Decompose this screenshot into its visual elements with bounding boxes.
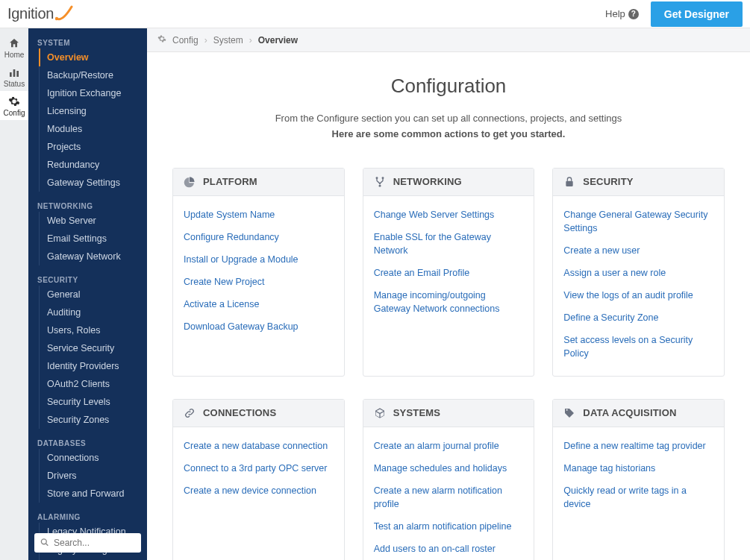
card-header: SYSTEMS (363, 400, 534, 427)
svg-point-6 (375, 177, 378, 179)
card-title: DATA ACQUISITION (583, 407, 676, 418)
sidebar-item[interactable]: Drivers (39, 467, 147, 485)
card-link[interactable]: Create an Email Profile (374, 262, 524, 284)
breadcrumb-item[interactable]: Config (172, 35, 199, 45)
sidebar-item[interactable]: Modules (39, 120, 147, 138)
card-header: PLATFORM (173, 169, 344, 196)
card-link[interactable]: Test an alarm notification pipeline (374, 515, 524, 538)
page-subtitle: From the Configure section you can set u… (172, 111, 725, 142)
card-link[interactable]: Download Gateway Backup (184, 315, 334, 338)
sidebar-section-header: SECURITY (28, 265, 147, 286)
card-link[interactable]: Install or Upgrade a Module (184, 248, 334, 271)
svg-point-0 (55, 16, 58, 19)
help-link[interactable]: Help ? (605, 8, 639, 19)
get-designer-button[interactable]: Get Designer (651, 1, 743, 27)
card-link[interactable]: Create a new alarm notification profile (374, 479, 524, 515)
card-link[interactable]: Configure Redundancy (184, 226, 334, 248)
card-body: Change General Gateway Security Settings… (553, 196, 724, 376)
card-link[interactable]: Create a new user (563, 239, 713, 262)
cube-icon (374, 407, 386, 419)
sidebar-item[interactable]: Licensing (39, 102, 147, 120)
sidebar-item[interactable]: Backup/Restore (39, 66, 147, 84)
rail-item-home[interactable]: Home (0, 33, 28, 62)
card-header: SECURITY (553, 169, 724, 196)
card-platform: PLATFORMUpdate System NameConfigure Redu… (172, 168, 345, 377)
sidebar-item[interactable]: Security Levels (39, 393, 147, 411)
card-link[interactable]: Change Web Server Settings (374, 204, 524, 226)
card-body: Create a new database connectionConnect … (173, 427, 344, 512)
card-link[interactable]: Manage schedules and holidays (374, 457, 524, 479)
breadcrumb: Config › System › Overview (147, 28, 750, 52)
sidebar-item[interactable]: Web Server (39, 212, 147, 230)
card-body: Define a new realtime tag providerManage… (553, 427, 724, 526)
logo[interactable]: Ignition (6, 5, 73, 23)
svg-rect-1 (10, 72, 12, 77)
card-link[interactable]: Enable SSL for the Gateway Network (374, 226, 524, 262)
sidebar-item[interactable]: Identity Providers (39, 357, 147, 375)
sidebar-item[interactable]: Gateway Network (39, 248, 147, 265)
card-link[interactable]: Define a Security Zone (563, 306, 713, 329)
card-link[interactable]: Create a new device connection (184, 479, 334, 502)
card-header: DATA ACQUISITION (553, 400, 724, 427)
sidebar-item[interactable]: Service Security (39, 339, 147, 357)
sidebar-section-header: ALARMING (28, 503, 147, 523)
logo-text: Ignition (7, 5, 54, 22)
sidebar-item[interactable]: OAuth2 Clients (39, 375, 147, 393)
sidebar-section-header: SYSTEM (28, 28, 147, 48)
sidebar: SYSTEMOverviewBackup/RestoreIgnition Exc… (28, 28, 147, 560)
card-link[interactable]: Manage tag historians (563, 457, 713, 479)
card-link[interactable]: Change General Gateway Security Settings (563, 204, 713, 239)
card-title: SECURITY (583, 176, 633, 187)
sidebar-item[interactable]: Overview (39, 48, 147, 66)
card-link[interactable]: View the logs of an audit profile (563, 284, 713, 306)
chevron-right-icon: › (249, 35, 252, 45)
sidebar-item[interactable]: General (39, 286, 147, 303)
sidebar-item[interactable]: Auditing (39, 303, 147, 321)
search-icon (40, 538, 49, 548)
sidebar-section-items: GeneralAuditingUsers, RolesService Secur… (39, 286, 147, 429)
svg-line-5 (46, 544, 49, 546)
sidebar-item[interactable]: Ignition Exchange (39, 84, 147, 102)
gear-icon (157, 34, 166, 45)
card-link[interactable]: Update System Name (184, 204, 334, 226)
card-title: CONNECTIONS (203, 407, 276, 418)
sidebar-item[interactable]: Gateway Settings (39, 174, 147, 192)
sidebar-section-items: OverviewBackup/RestoreIgnition ExchangeL… (39, 48, 147, 192)
sidebar-item[interactable]: Connections (39, 449, 147, 467)
sidebar-item[interactable]: Email Settings (39, 230, 147, 248)
help-icon: ? (628, 9, 639, 19)
sidebar-section-header: NETWORKING (28, 192, 147, 212)
breadcrumb-item[interactable]: System (213, 35, 243, 45)
sidebar-item[interactable]: Store and Forward (39, 485, 147, 503)
card-title: NETWORKING (393, 176, 462, 187)
sidebar-section-items: Web ServerEmail SettingsGateway Network (39, 212, 147, 265)
sidebar-item[interactable]: Users, Roles (39, 321, 147, 339)
card-link[interactable]: Connect to a 3rd party OPC server (184, 457, 334, 479)
card-link[interactable]: Add users to an on-call roster (374, 538, 524, 560)
sidebar-item[interactable]: Projects (39, 138, 147, 156)
svg-rect-2 (13, 69, 16, 77)
card-link[interactable]: Define a new realtime tag provider (563, 435, 713, 457)
card-link[interactable]: Activate a License (184, 293, 334, 315)
card-connections: CONNECTIONSCreate a new database connect… (172, 399, 345, 560)
card-data-acquisition: DATA ACQUISITIONDefine a new realtime ta… (552, 399, 725, 560)
content: Configuration From the Configure section… (147, 52, 750, 560)
card-link[interactable]: Create New Project (184, 271, 334, 293)
card-link[interactable]: Set access levels on a Security Policy (563, 329, 713, 365)
card-link[interactable]: Manage incoming/outgoing Gateway Network… (374, 284, 524, 320)
search-input[interactable] (34, 533, 141, 553)
card-link[interactable]: Assign a user a new role (563, 262, 713, 284)
card-link[interactable]: Create a new database connection (184, 435, 334, 457)
sidebar-item[interactable]: Security Zones (39, 411, 147, 429)
card-body: Change Web Server SettingsEnable SSL for… (363, 196, 534, 331)
sidebar-item[interactable]: Redundancy (39, 156, 147, 174)
bars-icon (8, 66, 20, 78)
cards-grid: PLATFORMUpdate System NameConfigure Redu… (172, 168, 725, 560)
card-body: Create an alarm journal profileManage sc… (363, 427, 534, 560)
breadcrumb-item-current: Overview (258, 35, 298, 45)
card-security: SECURITYChange General Gateway Security … (552, 168, 725, 377)
card-link[interactable]: Quickly read or write tags in a device (563, 479, 713, 515)
rail-item-status[interactable]: Status (0, 62, 28, 91)
rail-item-config[interactable]: Config (0, 91, 28, 120)
card-link[interactable]: Create an alarm journal profile (374, 435, 524, 457)
